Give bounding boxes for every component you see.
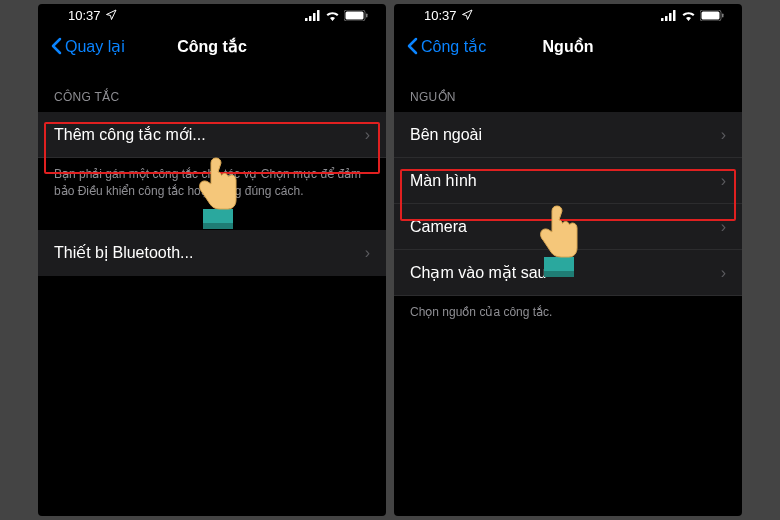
row-screen[interactable]: Màn hình › [394,158,742,204]
wifi-icon [325,10,340,21]
svg-rect-14 [702,11,720,19]
status-bar: 10:37 [38,4,386,26]
row-camera[interactable]: Camera › [394,204,742,250]
battery-icon [700,10,724,21]
status-time: 10:37 [68,8,101,23]
chevron-right-icon: › [721,172,726,190]
svg-rect-5 [346,11,364,19]
svg-rect-0 [305,18,308,21]
nav-title: Nguồn [543,37,594,56]
svg-rect-10 [665,16,668,21]
navigation-icon [461,9,473,21]
phone-right: 10:37 Công tắc Nguồn NGUỒN Bên ngoài › M… [394,4,742,516]
nav-title: Công tắc [177,37,247,56]
row-label: Màn hình [410,172,477,190]
nav-bar: Quay lại Công tắc [38,26,386,66]
signal-icon [305,10,321,21]
wifi-icon [681,10,696,21]
back-button[interactable]: Công tắc [406,37,486,56]
chevron-left-icon [406,37,418,55]
svg-rect-6 [366,13,368,17]
row-back-tap[interactable]: Chạm vào mặt sau › [394,250,742,296]
row-bluetooth[interactable]: Thiết bị Bluetooth... › [38,230,386,276]
section-header: NGUỒN [394,90,742,112]
row-label: Camera [410,218,467,236]
row-external[interactable]: Bên ngoài › [394,112,742,158]
back-label: Công tắc [421,37,486,56]
svg-rect-3 [317,10,320,21]
battery-icon [344,10,368,21]
row-label: Thêm công tắc mới... [54,125,206,144]
row-label: Thiết bị Bluetooth... [54,243,193,262]
section-header: CÔNG TẮC [38,90,386,112]
phone-left: 10:37 Quay lại Công tắc CÔNG TẮC Thêm cô… [38,4,386,516]
footer-text: Chọn nguồn của công tắc. [394,296,742,329]
back-label: Quay lại [65,37,125,56]
chevron-left-icon [50,37,62,55]
svg-rect-11 [669,13,672,21]
status-bar: 10:37 [394,4,742,26]
chevron-right-icon: › [721,218,726,236]
chevron-right-icon: › [721,264,726,282]
row-add-switch[interactable]: Thêm công tắc mới... › [38,112,386,158]
svg-rect-12 [673,10,676,21]
navigation-icon [105,9,117,21]
nav-bar: Công tắc Nguồn [394,26,742,66]
content: CÔNG TẮC Thêm công tắc mới... › Bạn phải… [38,66,386,276]
row-label: Chạm vào mặt sau [410,263,546,282]
content: NGUỒN Bên ngoài › Màn hình › Camera › Ch… [394,66,742,329]
back-button[interactable]: Quay lại [50,37,125,56]
svg-rect-15 [722,13,724,17]
chevron-right-icon: › [721,126,726,144]
chevron-right-icon: › [365,126,370,144]
svg-rect-2 [313,13,316,21]
svg-rect-9 [661,18,664,21]
status-time: 10:37 [424,8,457,23]
chevron-right-icon: › [365,244,370,262]
svg-rect-1 [309,16,312,21]
footer-text: Bạn phải gán một công tắc cho tác vụ Chọ… [38,158,386,208]
signal-icon [661,10,677,21]
row-label: Bên ngoài [410,126,482,144]
